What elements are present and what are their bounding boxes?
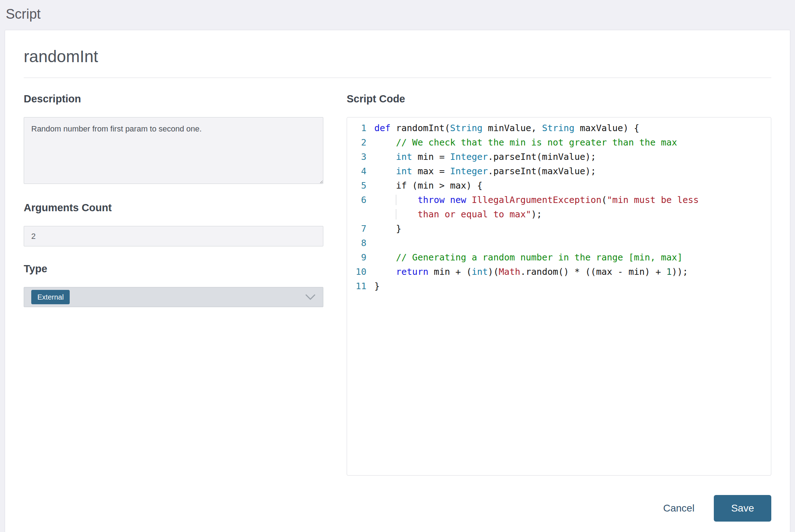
line-number: 10 <box>347 265 366 279</box>
code-line: than or equal to max"); <box>347 207 768 222</box>
chevron-down-icon <box>305 294 316 300</box>
code-line-content: } <box>374 222 401 236</box>
form-columns: Description Random number from first par… <box>24 93 771 476</box>
code-line: 10 return min + (int)(Math.random() * ((… <box>347 265 768 279</box>
page-header: Script <box>0 0 795 30</box>
code-line: 11} <box>347 279 768 293</box>
code-line: 3 int min = Integer.parseInt(minValue); <box>347 150 768 164</box>
code-line-content: int max = Integer.parseInt(maxValue); <box>374 164 596 179</box>
line-number: 3 <box>347 150 366 164</box>
description-label: Description <box>24 93 323 105</box>
line-number: 4 <box>347 164 366 179</box>
arguments-count-input[interactable] <box>24 226 323 246</box>
footer-actions: Cancel Save <box>24 495 771 522</box>
code-line: 4 int max = Integer.parseInt(maxValue); <box>347 164 768 179</box>
line-number: 6 <box>347 193 366 207</box>
code-line: 5 if (min > max) { <box>347 179 768 193</box>
code-line-content: return min + (int)(Math.random() * ((max… <box>374 265 688 279</box>
code-line: 9 // Generating a random number in the r… <box>347 250 768 265</box>
type-select[interactable]: External <box>24 287 323 307</box>
code-line-content: throw new IllegalArgumentException("min … <box>374 193 699 207</box>
code-line: 7 } <box>347 222 768 236</box>
code-lines: 1def randomInt(String minValue, String m… <box>347 121 768 293</box>
left-column: Description Random number from first par… <box>24 93 323 324</box>
description-textarea[interactable]: Random number from first param to second… <box>24 117 323 184</box>
right-column: Script Code 1def randomInt(String minVal… <box>347 93 771 476</box>
cancel-button[interactable]: Cancel <box>661 499 697 518</box>
code-line-content: int min = Integer.parseInt(minValue); <box>374 150 596 164</box>
divider <box>24 78 771 78</box>
line-number: 5 <box>347 179 366 193</box>
line-number: 11 <box>347 279 366 293</box>
arguments-count-label: Arguments Count <box>24 202 323 214</box>
code-line-content: def randomInt(String minValue, String ma… <box>374 121 639 135</box>
script-card: randomInt Description Random number from… <box>5 30 790 532</box>
save-button[interactable]: Save <box>714 495 771 522</box>
description-field: Description Random number from first par… <box>24 93 323 185</box>
code-line-content: } <box>374 279 380 293</box>
arguments-count-field: Arguments Count <box>24 202 323 246</box>
line-number: 1 <box>347 121 366 135</box>
script-code-label: Script Code <box>347 93 771 105</box>
code-line: 1def randomInt(String minValue, String m… <box>347 121 768 135</box>
type-label: Type <box>24 263 323 275</box>
code-line-content: // We check that the min is not greater … <box>374 135 677 150</box>
code-line-content: if (min > max) { <box>374 179 482 193</box>
type-field: Type External <box>24 263 323 307</box>
code-line: 2 // We check that the min is not greate… <box>347 135 768 150</box>
code-line: 8 <box>347 236 768 250</box>
selected-type-chip[interactable]: External <box>31 290 70 304</box>
page-title: Script <box>6 6 789 22</box>
code-line-content: than or equal to max"); <box>374 207 542 222</box>
code-line: 6 throw new IllegalArgumentException("mi… <box>347 193 768 207</box>
line-number: 2 <box>347 135 366 150</box>
line-number <box>347 207 366 222</box>
line-number: 7 <box>347 222 366 236</box>
script-name: randomInt <box>24 47 771 66</box>
code-line-content: // Generating a random number in the ran… <box>374 250 683 265</box>
line-number: 9 <box>347 250 366 265</box>
line-number: 8 <box>347 236 366 250</box>
code-editor[interactable]: 1def randomInt(String minValue, String m… <box>347 117 771 476</box>
